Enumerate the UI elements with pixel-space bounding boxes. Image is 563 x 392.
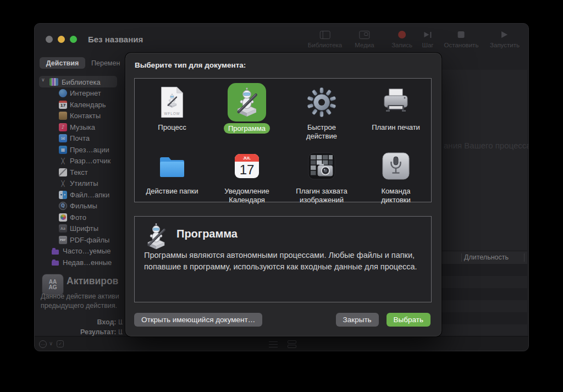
sidebar-item-photos[interactable]: Фото — [35, 212, 126, 223]
canvas-placeholder-text: ания Вашего процесса. — [444, 141, 529, 150]
finder-icon — [59, 191, 67, 199]
library-books-icon — [49, 78, 58, 86]
folder-icon — [157, 151, 187, 181]
tab-actions[interactable]: Действия — [40, 57, 85, 69]
action-description-line: Данное действие активи — [41, 292, 119, 300]
run-icon — [501, 31, 507, 38]
font-book-icon — [59, 224, 67, 233]
action-io-fields: Вход: Ш Результат: Ш — [35, 317, 123, 337]
sidebar-item-calendar[interactable]: Календарь — [35, 99, 126, 110]
type-quick-action[interactable]: Быстрое действие — [284, 83, 359, 141]
music-note-icon — [59, 123, 67, 131]
sidebar-item-files-folders[interactable]: Файл…апки — [35, 189, 126, 200]
quicktime-icon — [59, 202, 67, 210]
overflow-menu-icon[interactable]: ⋯ — [39, 340, 47, 348]
checkbox-icon[interactable]: ✓ — [57, 340, 64, 347]
globe-icon — [59, 89, 67, 97]
window-title: Без названия — [88, 35, 143, 44]
minimize-button[interactable] — [58, 36, 65, 43]
type-description-panel: Программа Программы являются автономными… — [134, 216, 432, 302]
dialog-buttons: Открыть имеющийся документ… Закрыть Выбр… — [134, 313, 430, 327]
toolbar-library-button[interactable]: Библиотека — [308, 30, 343, 48]
sidebar-group-recent[interactable]: Недав…енные — [35, 257, 126, 268]
record-icon — [398, 31, 406, 38]
mail-icon — [59, 134, 67, 142]
choose-button[interactable]: Выбрать — [387, 313, 430, 327]
sidebar-item-presentations[interactable]: През…ации — [35, 144, 126, 155]
type-dictation-command[interactable]: Команда диктовки — [358, 147, 433, 205]
gear-icon — [306, 87, 337, 118]
sidebar-item-contacts[interactable]: Контакты — [35, 111, 126, 122]
type-calendar-alarm[interactable]: Уведомление Календаря — [209, 147, 284, 205]
microphone-icon — [380, 151, 411, 181]
type-workflow[interactable]: Процесс — [135, 83, 209, 132]
list-view-icon[interactable] — [269, 341, 278, 347]
purple-folder-icon — [52, 250, 59, 255]
printer-icon — [380, 87, 411, 118]
selected-type-description: Программы являются автономными процессам… — [144, 250, 422, 272]
step-icon — [424, 32, 432, 38]
type-application-selected[interactable]: Программа — [209, 83, 284, 134]
close-button[interactable] — [46, 36, 53, 43]
crossed-tools-icon — [59, 157, 67, 165]
photos-pinwheel-icon — [59, 213, 67, 222]
window-bottom-bar: ⋯ ∨ ✓ — [35, 336, 528, 351]
sidebar-item-developer[interactable]: Разр…отчик — [35, 156, 126, 167]
sidebar-item-utilities[interactable]: Утилиты — [35, 178, 126, 189]
duration-column-header[interactable]: Длительность — [464, 253, 509, 261]
automator-robot-icon — [231, 87, 262, 118]
dialog-title: Выберите тип для документа: — [135, 61, 246, 69]
image-capture-icon — [306, 151, 337, 181]
library-panel-icon — [320, 31, 330, 39]
toolbar-media-button[interactable]: Медиа — [355, 30, 374, 48]
panels-view-icon[interactable] — [288, 340, 296, 348]
open-existing-document-button[interactable]: Открыть имеющийся документ… — [134, 313, 262, 327]
keynote-icon — [59, 146, 67, 154]
sidebar-item-mail[interactable]: Почта — [35, 133, 126, 144]
automator-robot-icon — [142, 223, 170, 250]
calendar-icon — [231, 151, 262, 181]
document-type-grid: Процесс Программа Быстрое действие Плаги… — [134, 78, 432, 202]
type-print-plugin[interactable]: Плагин печати — [358, 83, 433, 132]
media-icon — [359, 31, 369, 39]
sidebar-item-library[interactable]: ∨ Библиотека — [35, 76, 126, 87]
action-title: Активиров — [67, 275, 118, 287]
toolbar-run-button[interactable]: Запустить — [490, 30, 520, 48]
toolbar-step-button[interactable]: Шаг — [422, 30, 433, 48]
screen: Без названия Библиотека Медиа Запись Шаг… — [0, 0, 563, 392]
sidebar-item-pdf[interactable]: PDF-файлы — [35, 234, 126, 245]
type-image-capture-plugin[interactable]: Плагин захвата изображений — [284, 147, 359, 205]
pdf-icon — [59, 236, 67, 244]
crossed-tools-icon — [59, 179, 67, 187]
selected-type-title: Программа — [176, 228, 238, 240]
sidebar-item-movies[interactable]: Фильмы — [35, 201, 126, 212]
sidebar-group-most-used[interactable]: Часто…уемые — [35, 246, 126, 257]
workflow-doc-icon — [159, 86, 185, 118]
zoom-button[interactable] — [70, 36, 77, 43]
chevron-down-icon[interactable]: ∨ — [49, 340, 53, 346]
contacts-icon — [59, 112, 67, 120]
stop-icon — [458, 31, 465, 38]
type-folder-action[interactable]: Действие папки — [135, 147, 209, 196]
purple-folder-icon — [52, 261, 59, 266]
new-document-dialog: Выберите тип для документа: Процесс Прог… — [125, 53, 441, 336]
tab-variables[interactable]: Перемен — [91, 57, 120, 69]
action-description-line: предыдущего действия. — [41, 302, 117, 310]
sidebar-item-text[interactable]: Текст — [35, 167, 126, 178]
chevron-down-icon[interactable]: ∨ — [41, 77, 45, 82]
text-document-icon — [59, 168, 67, 176]
toolbar-stop-button[interactable]: Остановить — [444, 30, 479, 48]
sidebar-item-fonts[interactable]: Шрифты — [35, 223, 126, 234]
sidebar-item-music[interactable]: Музыка — [35, 122, 126, 132]
close-button[interactable]: Закрыть — [336, 313, 379, 327]
sidebar-item-internet[interactable]: Интернет — [35, 88, 126, 99]
toolbar-record-button[interactable]: Запись — [391, 30, 412, 48]
calendar-icon — [59, 101, 67, 109]
